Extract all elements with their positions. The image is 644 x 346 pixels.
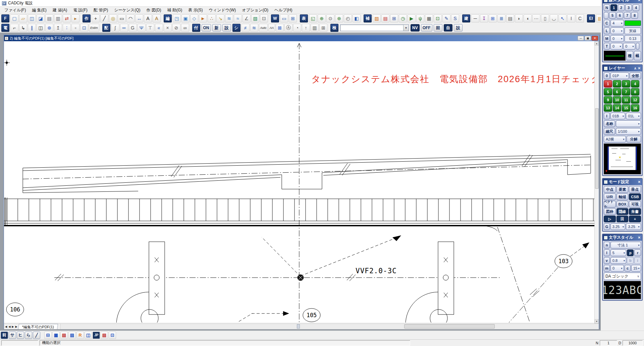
vertical-scrollbar[interactable]: ▲ ▼ (594, 41, 599, 324)
layer-11-button[interactable]: 11 (622, 96, 630, 104)
pipe-cut-icon[interactable]: × (164, 24, 172, 32)
line-kind-button[interactable]: 種 (626, 51, 633, 60)
nv-button[interactable]: NV (411, 24, 420, 32)
document-titlebar[interactable]: 2) 編集不可のPDF(1) [編集不可のPDF] ─ ▣ ✕ (4, 35, 599, 41)
mode-button-13[interactable]: 田 (616, 216, 629, 222)
layer-1-button[interactable]: 1 (604, 80, 612, 88)
layer-zero-button[interactable]: 0 (604, 72, 610, 79)
menu-item-2[interactable]: 建 築(A) (50, 7, 70, 14)
screen-edit-icon[interactable]: ⊡ (260, 14, 268, 22)
menu-item-4[interactable]: 配 管(P) (91, 7, 111, 14)
pipe-double-icon[interactable]: ═ (120, 24, 128, 32)
hatch-lines-icon[interactable]: ≣ (497, 14, 505, 22)
mode-button-3[interactable]: U/R (604, 193, 616, 200)
mode-button-14[interactable]: + (629, 216, 641, 222)
on-button[interactable]: ON (202, 24, 211, 32)
zoom-extents-icon[interactable]: ⊛ (335, 14, 343, 22)
arc-icon[interactable]: ◠ (126, 14, 135, 22)
t-button[interactable]: T (604, 43, 610, 50)
wall-line-icon[interactable]: ─ (471, 14, 479, 22)
vscroll-thumb[interactable] (595, 108, 599, 189)
horizontal-scrollbar[interactable] (60, 324, 599, 329)
select-box-icon[interactable]: ⊠ (276, 24, 284, 32)
plumb-icon[interactable]: ↧ (480, 14, 488, 22)
close-icon[interactable]: ✕ (638, 180, 641, 184)
auto-mode-button[interactable]: 自 (444, 24, 452, 32)
sxf-icon[interactable]: S (451, 14, 459, 22)
scroll-up-icon[interactable]: ▲ (595, 41, 599, 46)
layer-3-button[interactable]: 3 (622, 80, 630, 88)
rotate-icon[interactable]: ◇ (190, 14, 198, 22)
open-file-icon[interactable]: ▱ (19, 14, 27, 22)
offset-icon[interactable]: ≋ (225, 14, 233, 22)
group-assist[interactable]: 補 (364, 14, 372, 22)
layer-scale-button[interactable]: 縮尺 (604, 128, 615, 135)
grid-button[interactable]: G (604, 223, 610, 230)
layer-name-button[interactable]: 名称 (604, 120, 615, 127)
menu-item-8[interactable]: 表 示(S) (185, 7, 206, 14)
save-as-file-icon[interactable]: ◪ (37, 14, 45, 22)
line-style-5-button[interactable]: 5 (609, 12, 616, 19)
line-width-button[interactable]: 幅 (634, 51, 641, 60)
form-icon[interactable]: ⊞ (390, 14, 398, 22)
set-button[interactable]: 設 (222, 24, 231, 32)
text-r-button[interactable]: r (634, 249, 641, 256)
pdf-export-icon[interactable]: ▤ (60, 332, 68, 339)
config-button[interactable]: 設 (454, 24, 463, 32)
group-window[interactable]: W (271, 14, 279, 22)
hatch-edit-icon[interactable]: ▦ (425, 14, 433, 22)
off-button[interactable]: OFF (421, 24, 432, 32)
mode-button-10[interactable]: 隠線 (616, 208, 629, 215)
text-m-button[interactable]: m (604, 265, 610, 272)
zoom-select-icon[interactable]: ⊙ (326, 14, 334, 22)
doc-restore-button[interactable]: ▣ (585, 36, 591, 41)
rotate-ref-icon[interactable]: ◔ (293, 24, 301, 32)
menu-item-6[interactable]: 作 図(D) (144, 7, 164, 14)
copy-icon[interactable]: ▣ (181, 14, 190, 22)
mode-button-8[interactable]: 可視 (629, 201, 641, 208)
line-style-3-button[interactable]: 3 (625, 4, 632, 11)
capture-icon[interactable]: ◫ (85, 332, 92, 339)
dots2-icon[interactable]: ∶ (63, 24, 71, 32)
mode-button-9[interactable]: 図枠 (604, 208, 616, 215)
arrow-ref-icon[interactable]: ↖ (558, 14, 567, 22)
layer-b-select[interactable]: 01B▼ (610, 113, 626, 119)
image-insert-icon[interactable]: ▨ (373, 14, 381, 22)
window-tile-icon[interactable]: ⊞ (289, 14, 297, 22)
tab-prev-icon[interactable]: ◀ (8, 325, 10, 328)
pdf-view-icon[interactable]: ▤ (101, 332, 108, 339)
flag-icon[interactable]: ► (199, 14, 207, 22)
plant-icon[interactable]: ψ (416, 14, 424, 22)
dimension-icon[interactable]: ↔ (135, 14, 143, 22)
pipe-tee-icon[interactable]: ⊤ (146, 24, 154, 32)
line-style-4-button[interactable]: 4 (633, 4, 639, 11)
scroll-down-icon[interactable]: ▼ (595, 319, 599, 324)
group-view[interactable]: 表 (300, 14, 308, 22)
layer-i-button[interactable]: I (604, 113, 610, 119)
text-edit-icon[interactable]: A (153, 14, 161, 22)
group-attach[interactable]: 付 (192, 24, 200, 32)
window2-icon[interactable]: ⊡ (109, 332, 116, 339)
t-select-2[interactable]: 0▼ (623, 43, 635, 50)
ra-button[interactable]: ら (25, 332, 32, 339)
circle-icon[interactable]: ◎ (109, 14, 117, 22)
layer-5-button[interactable]: 5 (604, 88, 612, 96)
tab-last-icon[interactable]: ▶ (15, 325, 17, 328)
clip2-icon[interactable]: ▥ (311, 24, 319, 32)
menu-item-3[interactable]: 電 設(F) (70, 7, 91, 14)
width-select[interactable]: 0▼ (610, 35, 624, 42)
decompose-button[interactable]: 分解 (627, 136, 641, 142)
close-icon[interactable]: ✕ (638, 236, 641, 239)
menu-item-11[interactable]: ヘルプ(H) (271, 7, 296, 14)
estimate-icon[interactable]: Estim (89, 24, 99, 32)
collapse-icon[interactable]: ∧ (634, 66, 636, 70)
doc-edit-icon[interactable]: ✎ (442, 14, 450, 22)
fixed-button[interactable]: 固 (434, 24, 442, 32)
layer-8-button[interactable]: 8 (631, 88, 639, 96)
print-preview-icon[interactable]: ▥ (54, 14, 62, 22)
text-v-button[interactable]: v (604, 257, 610, 264)
layer-14-button[interactable]: 14 (613, 104, 621, 112)
jp-icon[interactable]: JP (93, 332, 100, 339)
pdf-import-icon[interactable]: ▤ (68, 332, 76, 339)
combo-dropdown-icon[interactable]: ▼ (403, 25, 409, 31)
